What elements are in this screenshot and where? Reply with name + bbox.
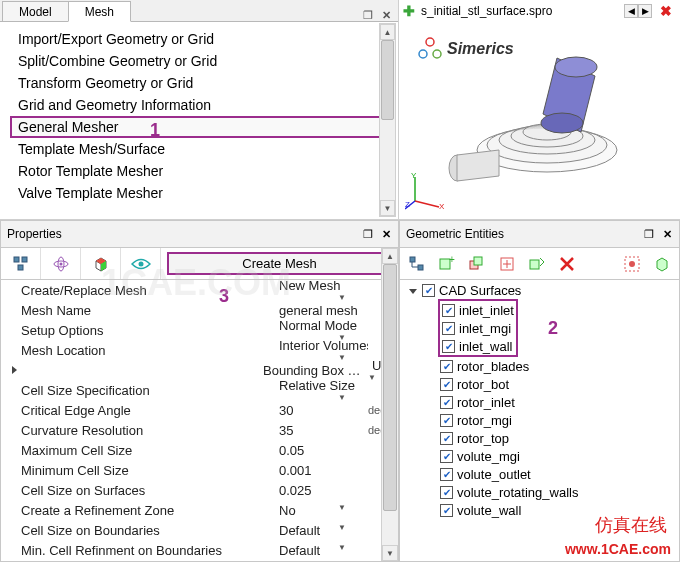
entity-item[interactable]: ✔inlet_wall bbox=[440, 337, 516, 355]
entity-label[interactable]: volute_rotating_walls bbox=[455, 485, 580, 500]
entity-item[interactable]: ✔rotor_mgi bbox=[408, 411, 677, 429]
scroll-down-icon[interactable]: ▼ bbox=[382, 545, 398, 561]
property-row[interactable]: Create/Replace MeshNew Mesh▼ bbox=[1, 280, 398, 300]
entity-label[interactable]: volute_wall bbox=[455, 503, 523, 518]
property-row[interactable]: Critical Edge Angle30deg bbox=[1, 400, 398, 420]
entity-item[interactable]: ✔rotor_top bbox=[408, 429, 677, 447]
property-row[interactable]: Create a Refinement ZoneNo▼ bbox=[1, 500, 398, 520]
checkbox[interactable]: ✔ bbox=[440, 468, 453, 481]
scroll-up-icon[interactable]: ▲ bbox=[380, 24, 395, 40]
entity-label[interactable]: volute_outlet bbox=[455, 467, 533, 482]
checkbox[interactable]: ✔ bbox=[422, 284, 435, 297]
tool-fit-icon[interactable] bbox=[620, 252, 644, 276]
tool-group-icon[interactable] bbox=[465, 252, 489, 276]
entity-item[interactable]: ✔volute_mgi bbox=[408, 447, 677, 465]
scene-3d[interactable] bbox=[429, 40, 670, 209]
panel-dock-icon[interactable]: ❐ bbox=[362, 9, 374, 21]
collapse-icon[interactable] bbox=[408, 286, 418, 296]
property-row[interactable]: Bounding Box MarginsUniform▼ bbox=[1, 360, 398, 380]
tab-model[interactable]: Model bbox=[2, 1, 69, 21]
tool-import-icon[interactable] bbox=[495, 252, 519, 276]
mesh-item-grid-info[interactable]: Grid and Geometry Information bbox=[10, 94, 394, 116]
property-value[interactable]: 0.05 bbox=[275, 443, 368, 458]
props-close-icon[interactable]: ✕ bbox=[380, 228, 392, 240]
entity-item[interactable]: ✔inlet_mgi bbox=[440, 319, 516, 337]
view-prev-icon[interactable]: ◀ bbox=[624, 4, 638, 18]
checkbox[interactable]: ✔ bbox=[442, 322, 455, 335]
checkbox[interactable]: ✔ bbox=[440, 450, 453, 463]
dropdown-icon[interactable]: ▼ bbox=[334, 353, 346, 362]
scroll-up-icon[interactable]: ▲ bbox=[382, 248, 398, 264]
tool-tree2-icon[interactable] bbox=[405, 252, 429, 276]
scroll-thumb[interactable] bbox=[381, 40, 394, 120]
tool-import2-icon[interactable] bbox=[525, 252, 549, 276]
scroll-thumb[interactable] bbox=[383, 264, 397, 511]
entity-label[interactable]: rotor_mgi bbox=[455, 413, 514, 428]
tool-eye-icon[interactable] bbox=[121, 248, 161, 279]
property-value[interactable]: Default▼ bbox=[275, 543, 368, 558]
entities-root-label[interactable]: CAD Surfaces bbox=[437, 283, 523, 298]
mesh-item-rotor-template[interactable]: Rotor Template Mesher bbox=[10, 160, 394, 182]
mesh-scrollbar[interactable]: ▲ ▼ bbox=[379, 23, 396, 217]
mesh-item-import-export[interactable]: Import/Export Geometry or Grid bbox=[10, 28, 394, 50]
viewport-file-title[interactable]: s_initial_stl_surface.spro bbox=[419, 4, 620, 18]
tab-mesh[interactable]: Mesh bbox=[68, 1, 131, 22]
expand-icon[interactable] bbox=[9, 365, 19, 375]
property-value[interactable]: No▼ bbox=[275, 503, 368, 518]
property-row[interactable]: Maximum Cell Size0.05 bbox=[1, 440, 398, 460]
checkbox[interactable]: ✔ bbox=[442, 340, 455, 353]
checkbox[interactable]: ✔ bbox=[440, 504, 453, 517]
property-value[interactable]: Interior Volumes▼ bbox=[275, 338, 368, 362]
entity-item[interactable]: ✔rotor_bot bbox=[408, 375, 677, 393]
dropdown-icon[interactable]: ▼ bbox=[334, 293, 346, 302]
dropdown-icon[interactable]: ▼ bbox=[334, 393, 346, 402]
entities-root[interactable]: ✔ CAD Surfaces bbox=[408, 282, 677, 299]
tool-add-cube-icon[interactable]: + bbox=[435, 252, 459, 276]
entity-item[interactable]: ✔rotor_blades bbox=[408, 357, 677, 375]
dropdown-icon[interactable]: ▼ bbox=[334, 543, 346, 552]
checkbox[interactable]: ✔ bbox=[440, 360, 453, 373]
checkbox[interactable]: ✔ bbox=[440, 414, 453, 427]
ent-close-icon[interactable]: ✕ bbox=[661, 228, 673, 240]
props-dock-icon[interactable]: ❐ bbox=[362, 228, 374, 240]
property-value[interactable]: 30 bbox=[275, 403, 368, 418]
mesh-item-split-combine[interactable]: Split/Combine Geometry or Grid bbox=[10, 50, 394, 72]
property-row[interactable]: Curvature Resolution35deg bbox=[1, 420, 398, 440]
entity-label[interactable]: volute_mgi bbox=[455, 449, 522, 464]
property-row[interactable]: Mesh LocationInterior Volumes▼ bbox=[1, 340, 398, 360]
property-value[interactable]: New Mesh▼ bbox=[275, 280, 368, 302]
panel-close-icon[interactable]: ✕ bbox=[380, 9, 392, 21]
view-close-icon[interactable]: ✖ bbox=[656, 3, 676, 19]
tool-cube-icon[interactable] bbox=[81, 248, 121, 279]
property-value[interactable]: Default▼ bbox=[275, 523, 368, 538]
mesh-item-transform[interactable]: Transform Geometry or Grid bbox=[10, 72, 394, 94]
property-value[interactable]: 35 bbox=[275, 423, 368, 438]
tool-tree-icon[interactable] bbox=[1, 248, 41, 279]
tool-atom-icon[interactable] bbox=[41, 248, 81, 279]
entity-label[interactable]: rotor_bot bbox=[455, 377, 511, 392]
checkbox[interactable]: ✔ bbox=[440, 486, 453, 499]
entity-item[interactable]: ✔volute_rotating_walls bbox=[408, 483, 677, 501]
property-row[interactable]: Cell Size on BoundariesDefault▼ bbox=[1, 520, 398, 540]
viewport[interactable]: ✚ s_initial_stl_surface.spro ◀ ▶ ✖ Simer… bbox=[399, 0, 680, 220]
property-value[interactable]: Relative Size▼ bbox=[275, 378, 368, 402]
scroll-down-icon[interactable]: ▼ bbox=[380, 200, 395, 216]
tool-isolate-icon[interactable] bbox=[650, 252, 674, 276]
property-value[interactable]: 0.001 bbox=[275, 463, 368, 478]
entity-item[interactable]: ✔volute_outlet bbox=[408, 465, 677, 483]
checkbox[interactable]: ✔ bbox=[440, 378, 453, 391]
mesh-item-valve-template[interactable]: Valve Template Mesher bbox=[10, 182, 394, 204]
property-row[interactable]: Min. Cell Refinment on BoundariesDefault… bbox=[1, 540, 398, 560]
tool-delete-icon[interactable] bbox=[555, 252, 579, 276]
property-value[interactable]: general mesh bbox=[275, 303, 368, 318]
entity-item[interactable]: ✔rotor_inlet bbox=[408, 393, 677, 411]
property-row[interactable]: Cell Size on Surfaces0.025 bbox=[1, 480, 398, 500]
checkbox[interactable]: ✔ bbox=[440, 396, 453, 409]
checkbox[interactable]: ✔ bbox=[442, 304, 455, 317]
entity-item[interactable]: ✔inlet_inlet bbox=[440, 301, 516, 319]
view-next-icon[interactable]: ▶ bbox=[638, 4, 652, 18]
entity-label[interactable]: rotor_inlet bbox=[455, 395, 517, 410]
entity-label[interactable]: rotor_blades bbox=[455, 359, 531, 374]
dropdown-icon[interactable]: ▼ bbox=[368, 373, 376, 382]
properties-scrollbar[interactable]: ▲ ▼ bbox=[381, 248, 398, 561]
